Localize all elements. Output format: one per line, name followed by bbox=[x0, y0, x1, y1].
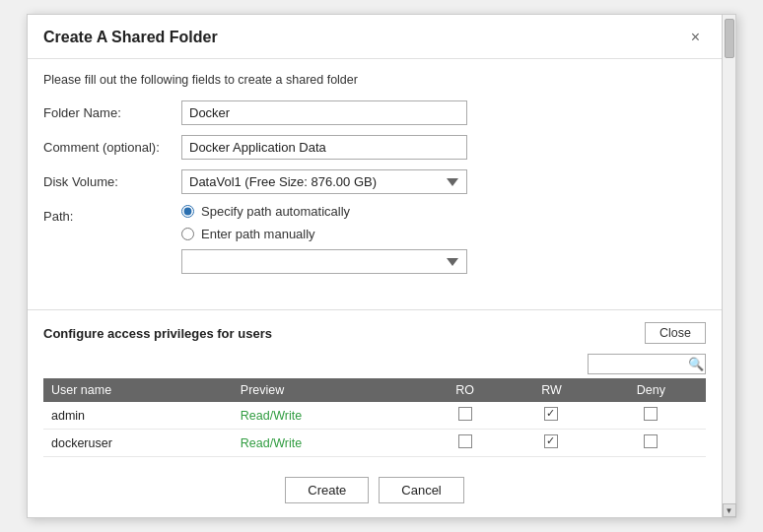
search-icon: 🔍 bbox=[688, 357, 704, 371]
cell-ro[interactable] bbox=[423, 430, 508, 457]
cell-username: admin bbox=[43, 402, 233, 430]
access-title: Configure access privileges for users bbox=[43, 326, 272, 341]
comment-control bbox=[181, 135, 706, 160]
dialog-header: Create A Shared Folder × bbox=[28, 15, 722, 59]
create-button[interactable]: Create bbox=[285, 477, 369, 503]
search-box: 🔍 bbox=[588, 354, 706, 374]
path-auto-label: Specify path automatically bbox=[201, 204, 350, 219]
folder-name-row: Folder Name: bbox=[43, 100, 706, 125]
preview-value: Read/Write bbox=[241, 409, 302, 423]
path-row: Path: Specify path automatically Enter p… bbox=[43, 204, 706, 274]
disk-volume-label: Disk Volume: bbox=[43, 169, 181, 189]
path-manual-radio[interactable] bbox=[181, 228, 194, 240]
path-dropdown[interactable] bbox=[181, 249, 467, 274]
scrollbar: ▼ bbox=[722, 15, 735, 517]
dialog-body: Please fill out the following fields to … bbox=[28, 59, 722, 298]
table-row: admin Read/Write bbox=[43, 402, 706, 430]
search-row: 🔍 bbox=[43, 354, 706, 374]
cell-preview: Read/Write bbox=[233, 402, 423, 430]
ro-checkbox[interactable] bbox=[458, 434, 472, 448]
table-row: dockeruser Read/Write bbox=[43, 430, 706, 457]
path-auto-radio[interactable] bbox=[181, 205, 194, 218]
col-username: User name bbox=[43, 378, 233, 402]
table-header: User name Preview RO RW Deny bbox=[43, 378, 706, 402]
cancel-button[interactable]: Cancel bbox=[379, 477, 463, 503]
access-section: Configure access privileges for users Cl… bbox=[28, 322, 722, 467]
path-label: Path: bbox=[43, 204, 181, 224]
cell-preview: Read/Write bbox=[233, 430, 423, 457]
close-access-button[interactable]: Close bbox=[645, 322, 706, 344]
disk-volume-row: Disk Volume: DataVol1 (Free Size: 876.00… bbox=[43, 169, 706, 194]
folder-name-control bbox=[181, 100, 706, 125]
comment-input[interactable] bbox=[181, 135, 467, 160]
dialog-title: Create A Shared Folder bbox=[43, 29, 218, 46]
close-button[interactable]: × bbox=[685, 27, 706, 48]
folder-name-input[interactable] bbox=[181, 100, 467, 125]
deny-checkbox[interactable] bbox=[644, 407, 658, 421]
cell-ro[interactable] bbox=[423, 402, 508, 430]
table-body: admin Read/Write dockeruser Read/Write bbox=[43, 402, 706, 457]
dialog-content: Create A Shared Folder × Please fill out… bbox=[28, 15, 722, 517]
cell-rw[interactable] bbox=[507, 430, 595, 457]
col-rw: RW bbox=[507, 378, 595, 402]
path-control: Specify path automatically Enter path ma… bbox=[181, 204, 706, 274]
create-shared-folder-dialog: Create A Shared Folder × Please fill out… bbox=[27, 14, 736, 518]
preview-value: Read/Write bbox=[241, 436, 302, 450]
disk-volume-control: DataVol1 (Free Size: 876.00 GB) bbox=[181, 169, 706, 194]
comment-row: Comment (optional): bbox=[43, 135, 706, 160]
path-auto-option[interactable]: Specify path automatically bbox=[181, 204, 706, 219]
path-radio-group: Specify path automatically Enter path ma… bbox=[181, 204, 706, 241]
access-header: Configure access privileges for users Cl… bbox=[43, 322, 706, 344]
path-input-row bbox=[181, 249, 706, 274]
cell-deny[interactable] bbox=[596, 430, 706, 457]
comment-label: Comment (optional): bbox=[43, 135, 181, 155]
folder-name-label: Folder Name: bbox=[43, 100, 181, 120]
scrollbar-down-arrow[interactable]: ▼ bbox=[723, 503, 736, 517]
col-deny: Deny bbox=[596, 378, 706, 402]
path-manual-label: Enter path manually bbox=[201, 227, 315, 241]
cell-rw[interactable] bbox=[507, 402, 595, 430]
section-divider bbox=[28, 309, 722, 310]
disk-volume-select[interactable]: DataVol1 (Free Size: 876.00 GB) bbox=[181, 169, 467, 194]
cell-username: dockeruser bbox=[43, 430, 233, 457]
dialog-subtitle: Please fill out the following fields to … bbox=[43, 73, 706, 87]
table-header-row: User name Preview RO RW Deny bbox=[43, 378, 706, 402]
scrollbar-thumb[interactable] bbox=[725, 19, 734, 58]
path-manual-option[interactable]: Enter path manually bbox=[181, 227, 706, 241]
col-preview: Preview bbox=[233, 378, 423, 402]
footer-buttons: Create Cancel bbox=[28, 467, 722, 517]
deny-checkbox[interactable] bbox=[644, 434, 658, 448]
ro-checkbox[interactable] bbox=[458, 407, 472, 421]
rw-checkbox[interactable] bbox=[544, 434, 558, 448]
cell-deny[interactable] bbox=[596, 402, 706, 430]
user-table: User name Preview RO RW Deny admin Read/… bbox=[43, 378, 706, 457]
rw-checkbox[interactable] bbox=[544, 407, 558, 421]
col-ro: RO bbox=[423, 378, 508, 402]
search-input[interactable] bbox=[594, 358, 688, 371]
